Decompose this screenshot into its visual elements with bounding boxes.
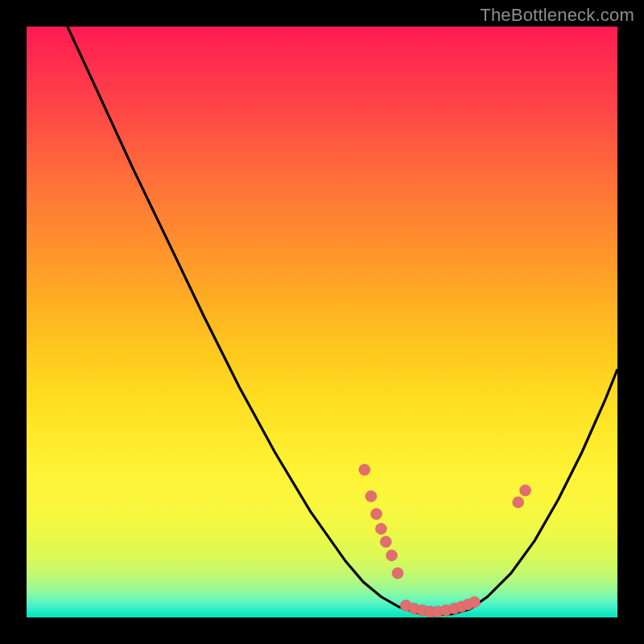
bottleneck-curve bbox=[27, 27, 617, 615]
data-point bbox=[375, 523, 386, 535]
data-point bbox=[392, 568, 403, 579]
data-points-group bbox=[359, 464, 531, 617]
data-point bbox=[386, 550, 398, 561]
data-point bbox=[513, 497, 524, 508]
watermark-label: TheBottleneck.com bbox=[480, 5, 634, 26]
plot-area bbox=[27, 27, 617, 617]
data-point bbox=[520, 485, 531, 496]
curve-layer bbox=[27, 27, 617, 617]
data-point bbox=[380, 536, 391, 547]
data-point bbox=[371, 509, 382, 520]
data-point bbox=[365, 491, 377, 502]
chart-stage: TheBottleneck.com bbox=[0, 0, 644, 644]
data-point bbox=[469, 597, 480, 608]
data-point bbox=[359, 464, 370, 476]
